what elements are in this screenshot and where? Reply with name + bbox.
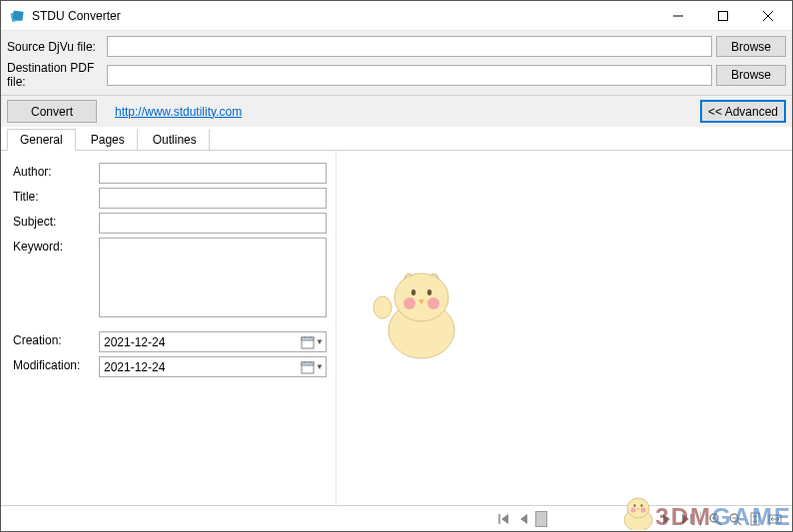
app-icon bbox=[9, 8, 25, 24]
svg-line-34 bbox=[717, 521, 721, 525]
creation-label: Creation: bbox=[13, 331, 99, 352]
content-panel: Author: Title: Subject: Keyword: Cr bbox=[1, 151, 792, 505]
advanced-toggle-button[interactable]: << Advanced bbox=[700, 100, 786, 123]
svg-marker-28 bbox=[501, 514, 508, 524]
author-label: Author: bbox=[13, 163, 99, 184]
svg-point-20 bbox=[427, 289, 431, 295]
keyword-label: Keyword: bbox=[13, 238, 99, 254]
first-page-button[interactable] bbox=[495, 510, 513, 528]
svg-marker-31 bbox=[682, 514, 689, 524]
navigation-bar: 3DMGAME bbox=[1, 505, 792, 531]
destination-browse-button[interactable]: Browse bbox=[716, 65, 786, 86]
tabstrip: General Pages Outlines bbox=[1, 127, 792, 151]
chevron-down-icon: ▼ bbox=[316, 362, 324, 371]
source-row: Source DjVu file: Browse bbox=[7, 36, 786, 57]
fit-height-button[interactable] bbox=[746, 510, 764, 528]
svg-point-26 bbox=[641, 504, 643, 507]
destination-input[interactable] bbox=[107, 65, 712, 86]
svg-rect-7 bbox=[302, 337, 314, 340]
modification-date-value: 2021-12-24 bbox=[104, 360, 301, 374]
creation-date-picker[interactable]: 2021-12-24 ▼ bbox=[99, 331, 327, 352]
prev-page-button[interactable] bbox=[515, 510, 533, 528]
close-button[interactable] bbox=[745, 2, 790, 30]
svg-rect-11 bbox=[302, 362, 314, 365]
zoom-out-button[interactable] bbox=[726, 510, 744, 528]
source-input[interactable] bbox=[107, 36, 712, 57]
subject-input[interactable] bbox=[99, 213, 327, 234]
source-label: Source DjVu file: bbox=[7, 40, 107, 54]
page-slider[interactable] bbox=[535, 510, 655, 528]
window-controls bbox=[655, 2, 790, 30]
file-section: Source DjVu file: Browse Destination PDF… bbox=[1, 31, 792, 96]
minimize-button[interactable] bbox=[655, 2, 700, 30]
titlebar: STDU Converter bbox=[1, 1, 792, 31]
svg-point-15 bbox=[395, 273, 448, 321]
chevron-down-icon: ▼ bbox=[316, 337, 324, 346]
svg-point-16 bbox=[374, 296, 392, 318]
zoom-in-button[interactable] bbox=[706, 510, 724, 528]
convert-button[interactable]: Convert bbox=[7, 100, 97, 123]
source-browse-button[interactable]: Browse bbox=[716, 36, 786, 57]
tab-pages[interactable]: Pages bbox=[78, 129, 138, 150]
calendar-icon bbox=[301, 360, 315, 374]
next-page-button[interactable] bbox=[657, 510, 675, 528]
tab-outlines[interactable]: Outlines bbox=[140, 129, 210, 150]
action-row: Convert http://www.stdutility.com << Adv… bbox=[1, 96, 792, 127]
keyword-input[interactable] bbox=[99, 238, 327, 317]
preview-area bbox=[336, 151, 792, 505]
modification-label: Modification: bbox=[13, 356, 99, 377]
maximize-button[interactable] bbox=[700, 2, 745, 30]
svg-point-25 bbox=[634, 504, 636, 507]
tabs-area: General Pages Outlines Author: Title: Su… bbox=[1, 127, 792, 531]
svg-point-19 bbox=[411, 289, 415, 295]
window-title: STDU Converter bbox=[32, 9, 655, 23]
title-label: Title: bbox=[13, 188, 99, 209]
general-form: Author: Title: Subject: Keyword: Cr bbox=[1, 151, 336, 505]
chick-mascot-icon bbox=[367, 256, 476, 365]
svg-point-18 bbox=[427, 297, 439, 309]
subject-label: Subject: bbox=[13, 213, 99, 234]
svg-rect-3 bbox=[718, 11, 727, 20]
app-window: STDU Converter Source DjVu file: Browse … bbox=[0, 0, 793, 532]
svg-marker-30 bbox=[663, 514, 670, 524]
svg-marker-29 bbox=[520, 514, 527, 524]
website-link[interactable]: http://www.stdutility.com bbox=[115, 105, 242, 119]
last-page-button[interactable] bbox=[677, 510, 695, 528]
svg-rect-1 bbox=[12, 10, 23, 20]
calendar-icon bbox=[301, 335, 315, 349]
title-input[interactable] bbox=[99, 188, 327, 209]
slider-thumb[interactable] bbox=[535, 511, 547, 527]
destination-label: Destination PDF file: bbox=[7, 61, 107, 89]
fit-width-button[interactable] bbox=[766, 510, 784, 528]
modification-date-picker[interactable]: 2021-12-24 ▼ bbox=[99, 356, 327, 377]
tab-general[interactable]: General bbox=[7, 129, 76, 151]
svg-point-17 bbox=[403, 297, 415, 309]
svg-line-38 bbox=[737, 521, 741, 525]
separator bbox=[700, 511, 701, 527]
author-input[interactable] bbox=[99, 163, 327, 184]
destination-row: Destination PDF file: Browse bbox=[7, 61, 786, 89]
creation-date-value: 2021-12-24 bbox=[104, 335, 301, 349]
